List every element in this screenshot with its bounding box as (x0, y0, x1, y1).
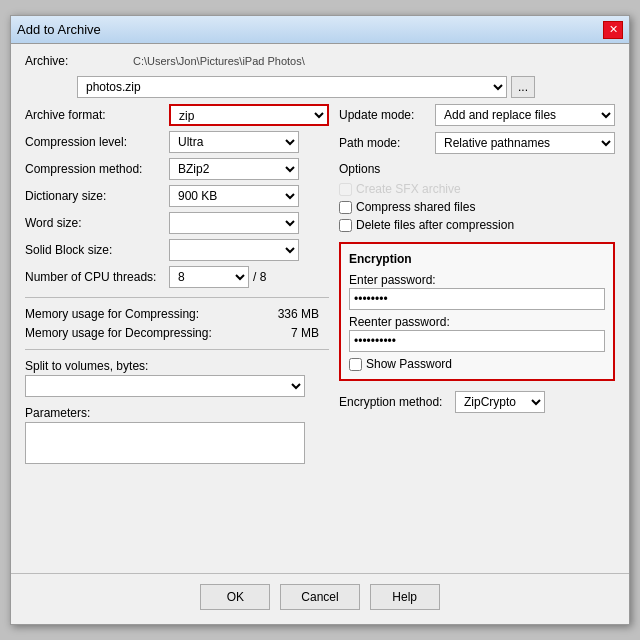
options-group: Options Create SFX archive Compress shar… (339, 162, 615, 232)
compression-level-select[interactable]: Ultra (169, 131, 299, 153)
enter-password-label: Enter password: (349, 273, 605, 287)
browse-button[interactable]: ... (511, 76, 535, 98)
compression-method-row: Compression method: BZip2 (25, 158, 329, 180)
enc-method-select[interactable]: ZipCryptoAES-256 (455, 391, 545, 413)
cancel-button[interactable]: Cancel (280, 584, 359, 610)
archive-path-hint: C:\Users\Jon\Pictures\iPad Photos\ (133, 55, 305, 67)
reenter-password-group: Reenter password: (349, 315, 605, 352)
options-title: Options (339, 162, 615, 176)
enter-password-group: Enter password: (349, 273, 605, 310)
dict-label: Dictionary size: (25, 189, 165, 203)
method-label: Compression method: (25, 162, 165, 176)
method-select[interactable]: BZip2 (169, 158, 299, 180)
update-select[interactable]: Add and replace filesUpdate and add file… (435, 104, 615, 126)
create-sfx-checkbox[interactable] (339, 183, 352, 196)
dialog-footer: OK Cancel Help (11, 573, 629, 624)
cpu-label: Number of CPU threads: (25, 270, 165, 284)
help-button[interactable]: Help (370, 584, 440, 610)
archive-row: Archive: C:\Users\Jon\Pictures\iPad Phot… (25, 54, 615, 68)
solid-label: Solid Block size: (25, 243, 165, 257)
compression-level-row: Compression level: Ultra (25, 131, 329, 153)
mem-decompress-value: 7 MB (291, 326, 319, 340)
encryption-title: Encryption (349, 252, 605, 266)
path-mode-row: Path mode: Relative pathnamesAbsolute pa… (339, 132, 615, 154)
mem-decompress-row: Memory usage for Decompressing: 7 MB (25, 326, 329, 340)
enter-password-input[interactable] (349, 288, 605, 310)
solid-select[interactable] (169, 239, 299, 261)
mem-compress-value: 336 MB (278, 307, 319, 321)
update-mode-row: Update mode: Add and replace filesUpdate… (339, 104, 615, 126)
dict-select[interactable]: 900 KB (169, 185, 299, 207)
volume-row: Split to volumes, bytes: (25, 359, 329, 397)
main-content: Archive format: zip7ztarwim Compression … (25, 104, 615, 557)
compress-shared-label: Compress shared files (356, 200, 475, 214)
mem-compress-row: Memory usage for Compressing: 336 MB (25, 307, 329, 321)
solid-row: Solid Block size: (25, 239, 329, 261)
params-label: Parameters: (25, 406, 329, 420)
format-row: Archive format: zip7ztarwim (25, 104, 329, 126)
word-row: Word size: (25, 212, 329, 234)
compress-shared-checkbox[interactable] (339, 201, 352, 214)
add-to-archive-dialog: Add to Archive ✕ Archive: C:\Users\Jon\P… (10, 15, 630, 625)
params-row: Parameters: (25, 406, 329, 464)
mem-decompress-label: Memory usage for Decompressing: (25, 326, 212, 340)
reenter-password-label: Reenter password: (349, 315, 605, 329)
archive-filename-select[interactable]: photos.zip (77, 76, 507, 98)
archive-filename-row: photos.zip ... (77, 76, 615, 98)
cpu-select[interactable]: 8 (169, 266, 249, 288)
create-sfx-label: Create SFX archive (356, 182, 461, 196)
mem-compress-label: Memory usage for Compressing: (25, 307, 199, 321)
dialog-title: Add to Archive (17, 22, 101, 37)
update-label: Update mode: (339, 108, 429, 122)
dialog-body: Archive: C:\Users\Jon\Pictures\iPad Phot… (11, 44, 629, 567)
enc-method-row: Encryption method: ZipCryptoAES-256 (339, 391, 615, 413)
delete-files-label: Delete files after compression (356, 218, 514, 232)
ok-button[interactable]: OK (200, 584, 270, 610)
show-password-label: Show Password (366, 357, 452, 371)
divider2 (25, 349, 329, 350)
cpu-row: Number of CPU threads: 8 / 8 (25, 266, 329, 288)
delete-files-checkbox[interactable] (339, 219, 352, 232)
compress-shared-row: Compress shared files (339, 200, 615, 214)
path-label: Path mode: (339, 136, 429, 150)
path-select[interactable]: Relative pathnamesAbsolute pathnamesNo p… (435, 132, 615, 154)
delete-files-row: Delete files after compression (339, 218, 615, 232)
reenter-password-input[interactable] (349, 330, 605, 352)
cpu-max: / 8 (253, 270, 266, 284)
volume-select[interactable] (25, 375, 305, 397)
divider1 (25, 297, 329, 298)
create-sfx-row: Create SFX archive (339, 182, 615, 196)
format-select[interactable]: zip7ztarwim (169, 104, 329, 126)
word-select[interactable] (169, 212, 299, 234)
volume-label: Split to volumes, bytes: (25, 359, 329, 373)
title-bar: Add to Archive ✕ (11, 16, 629, 44)
right-panel: Update mode: Add and replace filesUpdate… (339, 104, 615, 557)
close-button[interactable]: ✕ (603, 21, 623, 39)
format-label: Archive format: (25, 108, 165, 122)
show-password-row: Show Password (349, 357, 605, 371)
encryption-box: Encryption Enter password: Reenter passw… (339, 242, 615, 381)
compression-label: Compression level: (25, 135, 165, 149)
left-panel: Archive format: zip7ztarwim Compression … (25, 104, 329, 557)
word-label: Word size: (25, 216, 165, 230)
params-input[interactable] (25, 422, 305, 464)
archive-label: Archive: (25, 54, 77, 68)
show-password-checkbox[interactable] (349, 358, 362, 371)
enc-method-label: Encryption method: (339, 395, 449, 409)
dict-row: Dictionary size: 900 KB (25, 185, 329, 207)
